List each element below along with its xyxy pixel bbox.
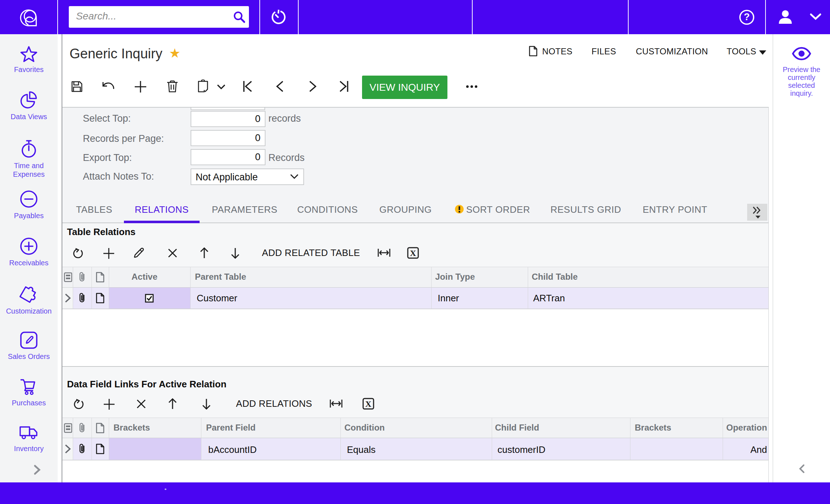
svg-text:X: X (410, 248, 416, 258)
svg-text:X: X (365, 399, 372, 409)
svg-text:?: ? (744, 12, 750, 22)
